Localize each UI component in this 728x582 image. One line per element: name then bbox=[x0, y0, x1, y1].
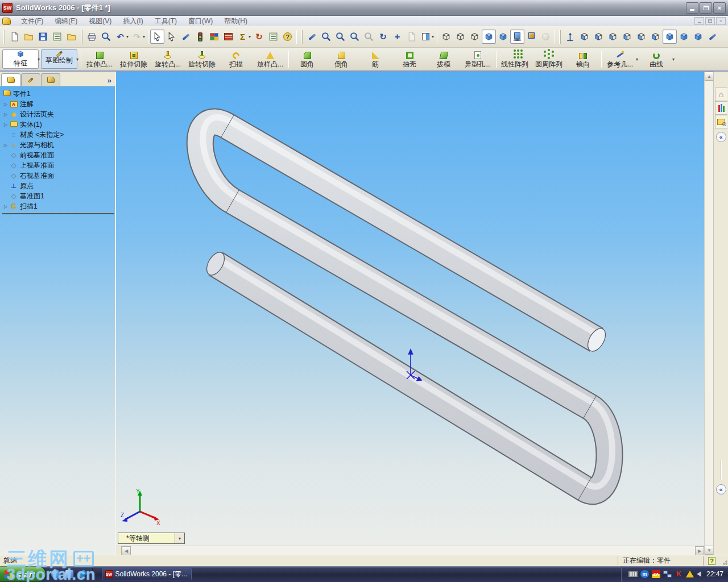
normal-to-button[interactable] bbox=[563, 30, 577, 44]
linear-pattern-button[interactable]: 线性阵列 bbox=[498, 49, 532, 69]
tree-item-top-plane[interactable]: ◇ 上视基准面 bbox=[2, 160, 115, 171]
sweep-button[interactable]: 扫描 bbox=[219, 49, 253, 69]
menu-tools[interactable]: 工具(T) bbox=[149, 16, 183, 27]
tree-item-right-plane[interactable]: ◇ 右视基准面 bbox=[2, 171, 115, 181]
features-tab-dropdown[interactable]: ▾ bbox=[38, 57, 40, 62]
fillet-button[interactable]: 圆角 bbox=[290, 49, 324, 69]
rebuild-button[interactable]: ↻ bbox=[252, 30, 266, 44]
undo-button[interactable]: ↶ bbox=[113, 30, 127, 44]
new-button[interactable] bbox=[7, 30, 22, 44]
select-other-button[interactable] bbox=[164, 30, 179, 44]
tree-item-solid-bodies[interactable]: ▷ 实体(1) bbox=[2, 119, 115, 130]
mirror-button[interactable]: 镜向 bbox=[566, 49, 600, 69]
vertical-scrollbar[interactable]: ▲ ▼ bbox=[704, 72, 713, 555]
make-assembly-button[interactable] bbox=[64, 30, 78, 44]
expand-icon[interactable]: ▷ bbox=[2, 112, 9, 117]
color-swatch-button[interactable] bbox=[207, 30, 221, 44]
toolbar-grip[interactable] bbox=[559, 30, 561, 44]
menu-edit[interactable]: 编辑(E) bbox=[49, 16, 83, 27]
scroll-up-button[interactable]: ▲ bbox=[705, 72, 714, 81]
pan-button[interactable]: + bbox=[390, 30, 404, 44]
sketch-entities-button[interactable] bbox=[179, 30, 193, 44]
shaded-with-edges-button[interactable] bbox=[482, 30, 496, 44]
solidworks-resources-tab[interactable]: ⌂ bbox=[715, 88, 727, 101]
scroll-right-button[interactable]: ▶ bbox=[695, 546, 704, 555]
file-explorer-tab[interactable] bbox=[715, 115, 727, 128]
reference-geometry-button[interactable]: *参考几... bbox=[603, 49, 637, 69]
minimize-button[interactable] bbox=[686, 2, 698, 14]
task-pane-collapse-button[interactable]: « bbox=[716, 132, 726, 142]
featuremanager-tree-tab[interactable] bbox=[1, 73, 20, 86]
dimetric-view-button[interactable] bbox=[691, 30, 705, 44]
keyboard-layout-icon[interactable] bbox=[628, 571, 638, 577]
shaded-button[interactable] bbox=[496, 30, 510, 44]
scroll-split-box[interactable] bbox=[116, 546, 122, 555]
print-preview-button[interactable] bbox=[99, 30, 113, 44]
volume-tray-icon[interactable] bbox=[697, 571, 701, 577]
zoom-selection-button[interactable] bbox=[362, 30, 376, 44]
back-view-button[interactable] bbox=[592, 30, 606, 44]
revolve-cut-button[interactable]: 旋转切除 bbox=[185, 49, 219, 69]
perspective-button[interactable] bbox=[539, 30, 553, 44]
tree-root[interactable]: 零件1 bbox=[2, 89, 115, 99]
restore-button[interactable] bbox=[700, 2, 712, 14]
expand-icon[interactable]: ▷ bbox=[2, 102, 9, 107]
view-orientation-combo[interactable]: *等轴测 ▾ bbox=[118, 533, 185, 544]
right-view-button[interactable] bbox=[620, 30, 634, 44]
shell-button[interactable]: 抽壳 bbox=[392, 49, 427, 69]
scroll-down-button[interactable]: ▼ bbox=[705, 546, 714, 555]
expand-icon[interactable]: ▷ bbox=[2, 143, 9, 148]
draft-button[interactable]: 拔模 bbox=[427, 49, 461, 69]
hole-wizard-button[interactable]: 异型孔... bbox=[461, 49, 495, 69]
rib-button[interactable]: 筋 bbox=[358, 49, 392, 69]
zoom-area-button[interactable] bbox=[333, 30, 348, 44]
zoom-inout-button[interactable] bbox=[348, 30, 362, 44]
solidworks-menu-icon[interactable] bbox=[2, 18, 11, 25]
property-manager-tab[interactable] bbox=[21, 73, 40, 86]
refgeo-dropdown[interactable]: ▾ bbox=[636, 57, 638, 62]
feature-statistics-button[interactable] bbox=[193, 30, 207, 44]
revolve-boss-button[interactable]: 旋转凸... bbox=[151, 49, 185, 69]
make-drawing-button[interactable] bbox=[50, 30, 64, 44]
hidden-lines-visible-button[interactable] bbox=[453, 30, 468, 44]
doc-minimize-button[interactable] bbox=[694, 17, 704, 25]
menu-view[interactable]: 视图(V) bbox=[83, 16, 117, 27]
hidden-lines-removed-button[interactable] bbox=[468, 30, 482, 44]
left-view-button[interactable] bbox=[606, 30, 620, 44]
save-button[interactable] bbox=[36, 30, 50, 44]
extrude-cut-button[interactable]: 拉伸切除 bbox=[117, 49, 151, 69]
wireframe-button[interactable] bbox=[439, 30, 453, 44]
tree-item-origin[interactable]: ⊥ 原点 bbox=[2, 181, 115, 191]
quicklaunch-mail-icon[interactable] bbox=[65, 569, 74, 579]
loft-button[interactable]: 放样凸... bbox=[253, 49, 287, 69]
texture-button[interactable] bbox=[221, 30, 235, 44]
toolbar-grip[interactable] bbox=[81, 30, 82, 44]
features-tab[interactable]: 特征 bbox=[2, 49, 39, 69]
tree-item-annotations[interactable]: ▷ A 注解 bbox=[2, 99, 115, 109]
design-library-tab[interactable] bbox=[715, 101, 727, 115]
quicklaunch-browser-icon[interactable] bbox=[51, 569, 60, 579]
view-orientation-button[interactable] bbox=[305, 30, 319, 44]
isometric-view-button[interactable] bbox=[663, 30, 677, 44]
tree-item-design-binder[interactable]: ▷ ◆ 设计活页夹 bbox=[2, 109, 115, 119]
tree-item-material[interactable]: ≡ 材质 <未指定> bbox=[2, 130, 115, 140]
scroll-track[interactable] bbox=[705, 81, 713, 546]
start-button[interactable]: start bbox=[0, 567, 46, 581]
rollback-bar[interactable] bbox=[2, 213, 114, 214]
expand-icon[interactable]: ▷ bbox=[2, 204, 9, 209]
menu-help[interactable]: 帮助(H) bbox=[218, 16, 253, 27]
title-bar[interactable]: SW SolidWorks 2006 - [零件1 *] × bbox=[0, 0, 728, 16]
antivirus-tray-icon[interactable]: K bbox=[675, 570, 683, 578]
realview-button[interactable] bbox=[524, 30, 539, 44]
taskbar-solidworks-button[interactable]: SW SolidWorks 2006 - [零... bbox=[102, 568, 192, 580]
sketch-tab-dropdown[interactable]: ▾ bbox=[76, 57, 78, 62]
menu-window[interactable]: 窗口(W) bbox=[183, 16, 218, 27]
view-combo-dropdown[interactable]: ▾ bbox=[175, 533, 184, 543]
more-tabs-button[interactable]: » bbox=[107, 76, 114, 86]
configuration-manager-tab[interactable] bbox=[41, 73, 60, 86]
redo-button[interactable]: ↷ bbox=[130, 30, 144, 44]
menu-insert[interactable]: 插入(I) bbox=[117, 16, 148, 27]
trimetric-view-button[interactable] bbox=[677, 30, 691, 44]
tree-item-sweep1[interactable]: ▷ C 扫描1 bbox=[2, 201, 115, 211]
section-view-button[interactable] bbox=[419, 30, 433, 44]
